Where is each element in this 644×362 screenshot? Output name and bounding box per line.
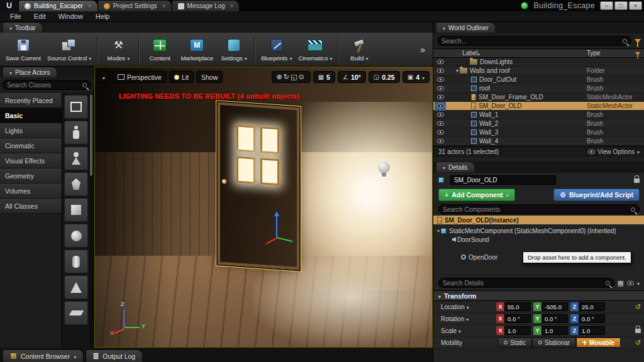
place-empty-actor-item[interactable] <box>64 95 88 119</box>
outliner-row-wall-4[interactable]: Wall_4 Brush <box>433 137 644 146</box>
source-control-button[interactable]: Source Control <box>44 34 94 65</box>
transform-tools-group[interactable]: ⊕↻◱⊙ <box>272 71 311 83</box>
scale-tool-icon[interactable]: ◱ <box>291 73 298 80</box>
label-column-header[interactable]: Label <box>462 50 477 57</box>
visibility-eye-icon[interactable] <box>435 130 446 134</box>
category-geometry[interactable]: Geometry <box>0 168 62 184</box>
build-button[interactable]: Build <box>341 34 377 65</box>
marketplace-button[interactable]: Marketplace <box>177 34 216 65</box>
save-current-button[interactable]: Save Current <box>3 34 44 65</box>
mobility-movable-button[interactable]: Movable <box>576 337 621 348</box>
visibility-eye-icon[interactable] <box>435 139 446 143</box>
outliner-filter-icon[interactable] <box>635 39 641 43</box>
scale-y-field[interactable]: Y1.0 <box>533 326 568 335</box>
visibility-eye-icon[interactable] <box>435 121 446 126</box>
outliner-row-downlights[interactable]: DownLights <box>433 58 644 67</box>
gizmo-x-arrow[interactable] <box>265 238 277 244</box>
place-cube-item[interactable] <box>64 198 88 222</box>
add-component-button[interactable]: + Add Component <box>438 189 515 201</box>
reset-to-default-icon[interactable]: ↺ <box>635 303 641 311</box>
blueprint-add-script-button[interactable]: ⚙ Blueprint/Add Script <box>553 189 640 201</box>
lock-icon[interactable] <box>634 178 640 183</box>
property-matrix-icon[interactable]: ▦ <box>618 279 624 287</box>
place-player-start-item[interactable] <box>64 172 88 196</box>
scale-x-field[interactable]: X1.0 <box>496 326 531 335</box>
mobility-stationary-button[interactable]: Stationar <box>532 337 576 348</box>
tab-message-log[interactable]: Message Log × <box>172 1 240 11</box>
close-button[interactable]: × <box>629 1 642 10</box>
search-classes-input[interactable] <box>7 82 80 89</box>
menu-window[interactable]: Window <box>52 13 89 20</box>
place-empty-character-item[interactable] <box>64 121 88 145</box>
tab-building-escaper[interactable]: Building_Escaper × <box>19 1 98 11</box>
category-basic[interactable]: Basic <box>0 108 62 123</box>
blueprints-button[interactable]: Blueprints <box>258 34 295 65</box>
type-filter-icon[interactable] <box>635 52 640 56</box>
light-bulb-sprite[interactable] <box>378 162 390 173</box>
reset-to-default-icon[interactable]: ↺ <box>635 339 641 347</box>
expander-arrow-icon[interactable]: ▾ <box>437 228 440 234</box>
menu-edit[interactable]: Edit <box>28 13 52 20</box>
transform-gizmo[interactable] <box>257 211 297 251</box>
move-tool-icon[interactable]: ⊕ <box>277 73 284 80</box>
search-components-input[interactable] <box>443 206 628 213</box>
component-instance-row[interactable]: SM_Door_OLD(Instance) <box>433 216 644 224</box>
visibility-eye-icon[interactable] <box>435 112 446 117</box>
settings-button[interactable]: Settings <box>216 34 252 65</box>
rotation-z-field[interactable]: Z0.0 ° <box>570 314 605 323</box>
scrollbar-thumb[interactable] <box>90 94 92 176</box>
toolbar-overflow-chevron[interactable]: » <box>420 45 430 55</box>
scale-label[interactable]: Scale <box>441 327 457 334</box>
visibility-eye-icon[interactable] <box>435 60 446 64</box>
scale-z-field[interactable]: Z1.0 <box>570 326 605 335</box>
rotate-tool-icon[interactable]: ↻ <box>284 73 291 80</box>
location-y-field[interactable]: Y-505.0 <box>533 302 568 311</box>
output-log-tab[interactable]: Output Log <box>86 349 143 362</box>
place-cylinder-item[interactable] <box>64 250 88 273</box>
menu-help[interactable]: Help <box>89 13 116 20</box>
outliner-row-door-cutout[interactable]: Door_CutOut Brush <box>433 75 644 84</box>
expander-arrow-icon[interactable]: ▾ <box>456 68 458 74</box>
display-filter-eye-icon[interactable] <box>627 281 634 285</box>
camera-speed-button[interactable]: ▣4 <box>402 71 430 83</box>
location-z-field[interactable]: Z25.0 <box>570 302 605 311</box>
visibility-eye-icon[interactable] <box>435 95 446 99</box>
static-mesh-component-row[interactable]: ▾ StaticMeshComponent (StaticMeshCompone… <box>433 226 644 235</box>
rotation-snap-button[interactable]: ∠10° <box>338 71 366 83</box>
perspective-button[interactable]: Perspective <box>113 71 167 83</box>
outliner-row-roof[interactable]: roof Brush <box>433 84 644 93</box>
cinematics-button[interactable]: Cinematics <box>295 34 335 65</box>
tab-project-settings[interactable]: Project Settings × <box>98 1 172 11</box>
visibility-eye-icon[interactable] <box>435 86 446 90</box>
outliner-row-sm-door-frame-old[interactable]: SM_Door_Frame_OLD StaticMeshActor <box>433 93 644 102</box>
category-recently-placed[interactable]: Recently Placed <box>0 93 62 108</box>
actor-name-input[interactable] <box>450 175 556 185</box>
door-sound-component-row[interactable]: DoorSound <box>433 235 644 244</box>
scale-snap-button[interactable]: ◲0.25 <box>369 71 400 83</box>
maximize-button[interactable]: □ <box>614 1 628 10</box>
mobility-static-button[interactable]: Static <box>497 337 532 348</box>
gizmo-z-arrow[interactable] <box>276 216 277 237</box>
gizmo-y-arrow[interactable] <box>277 237 293 242</box>
place-actors-tab[interactable]: Place Actors <box>3 67 57 77</box>
category-lights[interactable]: Lights <box>0 123 62 138</box>
place-actors-scrollbar[interactable] <box>89 93 93 346</box>
close-tab-icon[interactable]: × <box>162 3 166 9</box>
close-tab-icon[interactable]: × <box>230 3 234 9</box>
minimize-button[interactable]: – <box>600 1 613 10</box>
grid-snap-button[interactable]: ▦5 <box>313 71 335 83</box>
modes-button[interactable]: ⚒ Modes <box>101 34 136 65</box>
view-options-button[interactable]: View Options <box>588 148 640 155</box>
level-viewport[interactable]: Z Y X LIGHTING NEEDS TO BE REBUILT (4 un… <box>94 67 433 348</box>
category-all-classes[interactable]: All Classes <box>0 199 62 214</box>
outliner-row-wall-3[interactable]: Wall_3 Brush <box>433 128 644 137</box>
visibility-eye-icon[interactable] <box>435 102 446 111</box>
outliner-row-wall-1[interactable]: Wall_1 Brush <box>433 111 644 119</box>
location-x-field[interactable]: X55.0 <box>496 302 531 311</box>
visibility-eye-icon[interactable] <box>435 69 446 73</box>
world-outliner-tab[interactable]: World Outliner <box>436 22 496 33</box>
rotation-y-field[interactable]: Y0.0 ° <box>533 314 568 323</box>
content-browser-tab[interactable]: Content Browser <box>3 349 84 362</box>
location-label[interactable]: Location <box>441 304 465 310</box>
rotation-x-field[interactable]: X0.0 ° <box>496 314 531 323</box>
